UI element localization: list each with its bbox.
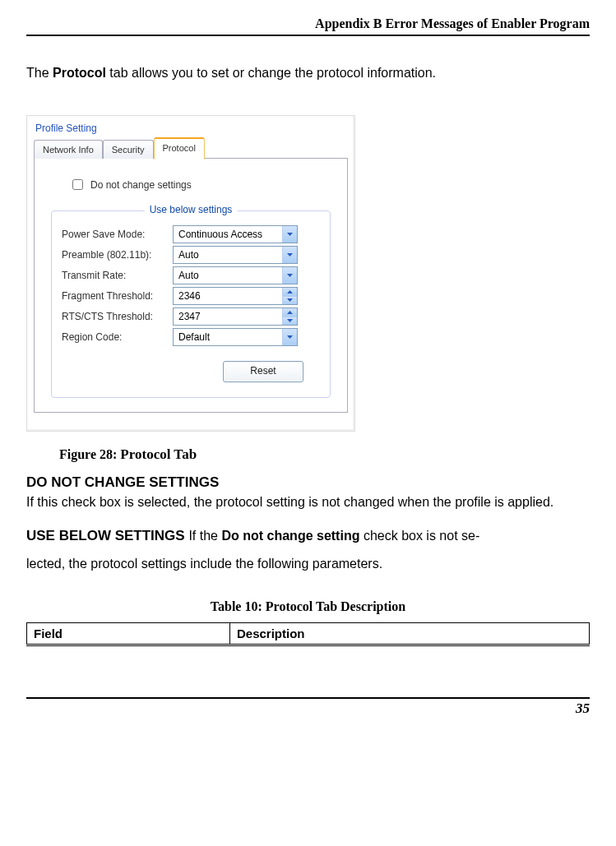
do-not-change-row: Do not change settings <box>69 177 336 192</box>
figure-caption: Figure 28: Protocol Tab <box>59 446 590 463</box>
svg-marker-5 <box>287 311 293 314</box>
transmit-rate-value: Auto <box>174 270 282 281</box>
protocol-panel: Do not change settings Use below setting… <box>34 158 348 413</box>
svg-marker-4 <box>287 298 293 302</box>
chevron-down-icon <box>283 296 297 305</box>
section-do-not-change-heading: DO NOT CHANGE SETTINGS <box>26 474 590 491</box>
svg-marker-0 <box>287 233 293 236</box>
table-header-description: Description <box>230 622 590 645</box>
preamble-label: Preamble (802.11b): <box>62 249 173 261</box>
svg-marker-1 <box>287 253 293 257</box>
rts-cts-threshold-value: 2347 <box>174 311 282 322</box>
page-number: 35 <box>26 699 590 717</box>
section-use-below-line2: lected, the protocol settings include th… <box>26 554 590 575</box>
protocol-tab-table: Field Description <box>26 622 590 646</box>
use-below-mid2: check box is not se- <box>359 529 479 543</box>
rts-cts-threshold-label: RTS/CTS Threshold: <box>62 311 173 322</box>
use-below-lead: USE BELOW SETTINGS <box>26 528 188 543</box>
tab-network-info[interactable]: Network Info <box>34 140 103 159</box>
power-save-value: Continuous Access <box>174 229 282 240</box>
group-title: Profile Setting <box>34 121 348 136</box>
svg-marker-3 <box>287 290 293 294</box>
svg-marker-7 <box>287 335 293 339</box>
preamble-select[interactable]: Auto <box>173 246 298 264</box>
intro-pre: The <box>26 66 53 80</box>
intro-paragraph: The Protocol tab allows you to set or ch… <box>26 66 590 81</box>
preamble-value: Auto <box>174 249 282 261</box>
intro-bold: Protocol <box>53 66 106 80</box>
table-header-field: Field <box>27 622 230 645</box>
fieldset-legend: Use below settings <box>145 204 238 215</box>
reset-button[interactable]: Reset <box>223 361 303 382</box>
tab-security[interactable]: Security <box>103 140 154 159</box>
chevron-down-icon <box>283 317 297 326</box>
chevron-up-icon <box>283 308 297 317</box>
use-below-mid1: If the <box>188 529 221 543</box>
transmit-rate-select[interactable]: Auto <box>173 266 298 284</box>
region-code-label: Region Code: <box>62 331 173 343</box>
figure-lead: Figure 28: <box>59 447 120 461</box>
transmit-rate-label: Transmit Rate: <box>62 270 173 281</box>
do-not-change-label: Do not change settings <box>90 179 192 191</box>
region-code-select[interactable]: Default <box>173 328 298 346</box>
table-caption: Table 10: Protocol Tab Description <box>26 599 590 614</box>
fragment-threshold-value: 2346 <box>174 290 282 302</box>
intro-post: tab allows you to set or change the prot… <box>106 66 436 80</box>
use-below-bold: Do not change setting <box>221 529 359 543</box>
use-below-settings-group: Use below settings Power Save Mode: Cont… <box>51 210 331 398</box>
chevron-down-icon <box>282 247 297 263</box>
rts-cts-threshold-stepper[interactable]: 2347 <box>173 307 298 326</box>
power-save-select[interactable]: Continuous Access <box>173 225 298 243</box>
section-use-below-line1: USE BELOW SETTINGS If the Do not change … <box>26 525 590 547</box>
chevron-down-icon <box>282 226 297 243</box>
svg-marker-6 <box>287 319 293 322</box>
chevron-up-icon <box>283 288 297 296</box>
tab-bar: Network Info Security Protocol <box>34 137 348 159</box>
table-row: Field Description <box>27 622 590 645</box>
region-code-value: Default <box>174 331 282 343</box>
fragment-threshold-label: Fragment Threshold: <box>62 290 173 302</box>
figure-title: Protocol Tab <box>120 446 197 462</box>
screenshot-profile-setting: Profile Setting Network Info Security Pr… <box>26 115 355 432</box>
chevron-down-icon <box>282 329 297 345</box>
chevron-down-icon <box>282 267 297 284</box>
fragment-threshold-stepper[interactable]: 2346 <box>173 287 298 305</box>
running-header: Appendix B Error Messages of Enabler Pro… <box>26 16 590 36</box>
svg-marker-2 <box>287 274 293 277</box>
do-not-change-checkbox[interactable] <box>72 179 83 190</box>
section-do-not-change-body: If this check box is selected, the proto… <box>26 494 590 511</box>
tab-protocol[interactable]: Protocol <box>154 137 205 159</box>
power-save-label: Power Save Mode: <box>62 229 173 240</box>
